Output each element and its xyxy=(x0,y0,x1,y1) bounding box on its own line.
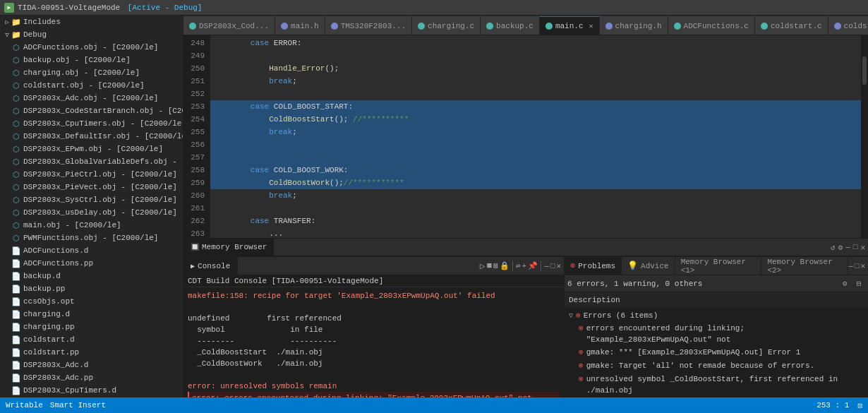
list-item[interactable]: 📄 ADCFunctions.pp xyxy=(0,257,183,270)
list-item[interactable]: 📄 DSP2803x_Adc.pp xyxy=(0,371,183,384)
tab-main-h[interactable]: main.h xyxy=(275,16,325,35)
tab-main-c[interactable]: main.c ✕ xyxy=(540,16,600,35)
list-item[interactable]: ⬡ DSP2803x_EPwm.obj - [C2000/le] xyxy=(0,143,183,155)
problems-close-btn[interactable]: ✕ xyxy=(860,261,865,270)
status-bar: Writable Smart Insert 253 : 1 ⊡ xyxy=(0,397,868,413)
list-item[interactable]: ⬡ DSP2803x_PieVect.obj - [C2000/le] xyxy=(0,181,183,193)
console-pin-btn[interactable]: 📌 xyxy=(528,261,538,270)
console-stop-btn[interactable]: ■ xyxy=(486,261,492,271)
tab-charging-h[interactable]: charging.h xyxy=(600,16,668,35)
tab-tms320[interactable]: TMS320F2803... xyxy=(325,16,412,35)
list-item[interactable]: ⬡ DSP2803x_Adc.obj - [C2000/le] xyxy=(0,92,183,104)
list-item[interactable]: ⬡ PWMFunctions.obj - [C2000/le] xyxy=(0,232,183,244)
console-line: _ColdBoostWork ./main.obj xyxy=(188,358,560,369)
list-item[interactable]: ⬡ coldstart.obj - [C2000/le] xyxy=(0,79,183,92)
title-bar: ▶ TIDA-00951-VoltageMode [Active - Debug… xyxy=(0,0,868,16)
list-item[interactable]: 📄 coldstart.pp xyxy=(0,346,183,359)
error-group-header[interactable]: ▽ ⊗ Errors (6 items) xyxy=(565,309,868,322)
list-item[interactable]: ⬡ DSP2803x_DefaultIsr.obj - [C2000/le] xyxy=(0,130,183,143)
list-item[interactable]: ⬡ DSP2803x_SysCtrl.obj - [C2000/le] xyxy=(0,193,183,206)
error-item[interactable]: ⊗ gmake: Target 'all' not remade because… xyxy=(565,359,868,373)
list-item[interactable]: 📄 charging.d xyxy=(0,308,183,321)
memory-maximize-btn[interactable]: □ xyxy=(853,243,858,251)
status-left: Writable Smart Insert xyxy=(6,401,106,409)
obj-icon: ⬡ xyxy=(11,106,21,116)
tab-close-icon[interactable]: ✕ xyxy=(589,22,593,30)
memory-browser-label: Memory Browser xyxy=(202,243,267,251)
tree-arrow-debug: ▽ xyxy=(3,30,11,39)
problems-content[interactable]: ▽ ⊗ Errors (6 items) ⊗ errors encountere… xyxy=(565,308,868,397)
problems-filter-btn[interactable]: ⚙ xyxy=(838,277,851,290)
list-item[interactable]: ⬡ DSP2803x_CodeStartBranch.obj - [C2000/… xyxy=(0,104,183,117)
file-tree[interactable]: ▷ 📁 Includes ▽ 📁 Debug ⬡ ADCFunctions.ob… xyxy=(0,16,183,397)
memory-settings-btn[interactable]: ⚙ xyxy=(838,243,843,252)
list-item[interactable]: 📄 backup.pp xyxy=(0,282,183,295)
code-editor[interactable]: 248 249 250 251 252 253 254 255 256 257 … xyxy=(183,35,868,238)
code-line-selected: ColdBoostStart(); //********** xyxy=(210,113,861,126)
list-item[interactable]: 📄 coldstart.d xyxy=(0,333,183,346)
memory-close-btn[interactable]: ✕ xyxy=(860,243,865,252)
list-item[interactable]: 📄 ccsObjs.opt xyxy=(0,295,183,308)
tree-item-includes[interactable]: ▷ 📁 Includes xyxy=(0,16,183,28)
list-item[interactable]: 📄 ADCFunctions.d xyxy=(0,244,183,257)
list-item[interactable]: ⬡ DSP2803x_CpuTimers.obj - [C2000/le] xyxy=(0,117,183,130)
console-maximize-btn[interactable]: □ xyxy=(550,262,555,270)
problems-label: Problems xyxy=(578,262,615,270)
list-item[interactable]: ⬡ backup.obj - [C2000/le] xyxy=(0,54,183,66)
list-item[interactable]: ⬡ DSP2803x_usDelay.obj - [C2000/le] xyxy=(0,206,183,219)
error-item[interactable]: ⊗ unresolved symbol _ColdBoostStart, fir… xyxy=(565,373,868,397)
c-file-icon xyxy=(545,23,553,30)
memory-refresh-btn[interactable]: ↺ xyxy=(831,243,836,252)
tree-item-debug[interactable]: ▽ 📁 Debug xyxy=(0,28,183,41)
problems-summary: 6 errors, 1 warning, 0 others xyxy=(567,280,702,288)
error-item[interactable]: ⊗ gmake: *** [Example_2803xEPwmUpAQ.out]… xyxy=(565,346,868,359)
list-item[interactable]: 📄 backup.d xyxy=(0,270,183,282)
list-item[interactable]: ⬡ charging.obj - [C2000/le] xyxy=(0,66,183,79)
memory-browser-1-tab[interactable]: Memory Browser <1> xyxy=(675,257,762,275)
console-content[interactable]: makefile:158: recipe for target 'Example… xyxy=(183,287,564,397)
error-item-icon: ⊗ xyxy=(579,323,584,335)
tab-backup-c[interactable]: backup.c xyxy=(481,16,540,35)
tab-coldstart-c[interactable]: coldstart.c xyxy=(755,16,828,35)
problems-maximize-btn[interactable]: □ xyxy=(855,262,860,270)
advice-icon: 💡 xyxy=(627,261,638,271)
memory-browser-tab[interactable]: 🔲 Memory Browser xyxy=(183,238,274,256)
advice-tab[interactable]: 💡 Advice xyxy=(622,257,675,275)
problems-minimize-btn[interactable]: — xyxy=(848,262,853,270)
problems-tab[interactable]: ⊗ Problems xyxy=(565,257,622,275)
console-clear-btn[interactable]: ⊠ xyxy=(493,261,498,270)
console-toolbar: ▷ ■ ⊠ 🔒 ⇌ + 📌 — □ ✕ xyxy=(480,261,564,272)
console-close-btn[interactable]: ✕ xyxy=(556,261,561,270)
list-item[interactable]: ⬡ ADCFunctions.obj - [C2000/le] xyxy=(0,41,183,54)
console-new-btn[interactable]: + xyxy=(522,262,527,270)
error-item[interactable]: ⊗ errors encountered during linking; "Ex… xyxy=(565,322,868,346)
console-tab[interactable]: ▶ Console xyxy=(183,257,238,275)
console-word-wrap-btn[interactable]: ⇌ xyxy=(516,261,521,270)
code-content[interactable]: case ERROR: Handle_Error(); break; case … xyxy=(210,35,861,238)
problems-collapse-btn[interactable]: ⊟ xyxy=(852,277,865,290)
list-item[interactable]: 📄 DSP2803x_CpuTimers.d xyxy=(0,384,183,397)
tab-charging-c[interactable]: charging.c xyxy=(412,16,481,35)
list-item[interactable]: 📄 charging.pp xyxy=(0,321,183,333)
tab-dsp2803x-cod[interactable]: DSP2803x_Cod... xyxy=(183,16,275,35)
list-item[interactable]: ⬡ main.obj - [C2000/le] xyxy=(0,219,183,232)
tab-coldstart-h[interactable]: coldstart.h xyxy=(828,16,868,35)
list-item[interactable]: ⬡ DSP2803x_GlobalVariableDefs.obj - [C20… xyxy=(0,155,183,168)
problems-panel-controls: — □ ✕ xyxy=(848,261,868,270)
list-item[interactable]: 📄 DSP2803x_Adc.d xyxy=(0,359,183,371)
editor-scrollbar[interactable] xyxy=(861,35,868,238)
list-item[interactable]: ⬡ DSP2803x_PieCtrl.obj - [C2000/le] xyxy=(0,168,183,181)
console-line: error: unresolved symbols remain xyxy=(188,381,560,392)
tab-adcfunctions-c[interactable]: ADCFunctions.c xyxy=(668,16,755,35)
console-scroll-lock-btn[interactable]: 🔒 xyxy=(500,261,510,270)
file-icon: 📄 xyxy=(11,373,21,383)
memory-minimize-btn[interactable]: — xyxy=(845,243,850,251)
scrollbar-thumb[interactable] xyxy=(862,56,867,85)
console-run-btn[interactable]: ▷ xyxy=(480,261,486,272)
memory-browser-2-tab[interactable]: Memory Browser <2> xyxy=(761,257,848,275)
console-line: makefile:158: recipe for target 'Example… xyxy=(188,290,560,301)
advice-label: Advice xyxy=(641,262,669,270)
code-line: case TRANSFER: xyxy=(210,215,861,227)
console-minimize-btn[interactable]: — xyxy=(544,262,549,270)
console-line: undefined first referenced xyxy=(188,313,560,324)
